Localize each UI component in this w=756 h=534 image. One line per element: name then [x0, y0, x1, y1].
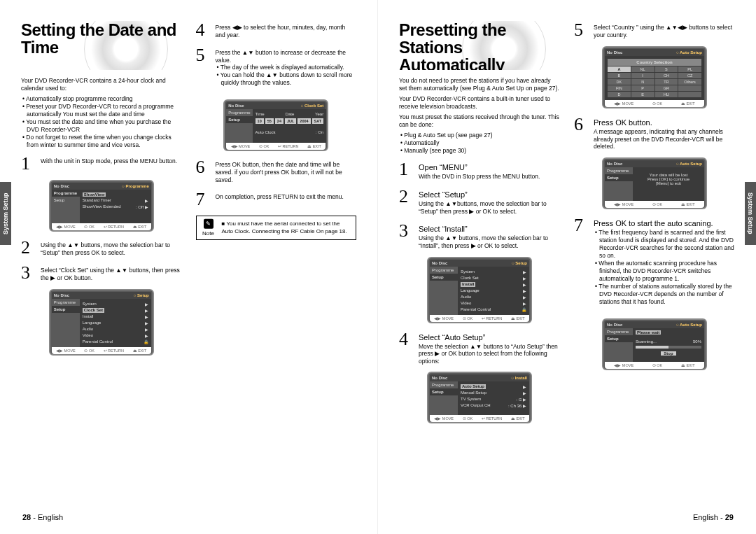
step-num: 2 — [21, 239, 35, 257]
osd-top-l: No Disc — [54, 293, 69, 297]
note-box: ✎Note ■ You must have the aerial connect… — [196, 216, 357, 240]
right-title: Presetting the Stations Automatically — [399, 21, 560, 70]
warn-line: [Menu] to exit — [636, 181, 701, 185]
step-text: With the unit in Stop mode, press the ME… — [41, 157, 182, 165]
bullet: Automatically stop programme recording — [21, 95, 182, 103]
osd-row: Standard Timer — [83, 198, 111, 203]
step-num: 7 — [196, 190, 210, 209]
osd-setup-install: No Disc○ Setup ProgrammeSetup System▶ Cl… — [427, 257, 532, 323]
step-r5: 5 Select “Country ” using the ▲▼◀▶ butto… — [574, 21, 735, 39]
page-28-columns: Setting the Date and Time Your DVD Recor… — [21, 21, 356, 363]
scan-label: Scanning... — [636, 339, 657, 344]
step-text: Select “Clock Set” using the ▲▼ buttons,… — [41, 267, 182, 281]
step-3: 3 Select “Clock Set” using the ▲▼ button… — [21, 264, 182, 282]
page-29-columns: Presetting the Stations Automatically Yo… — [399, 21, 735, 430]
osd-top-r: ○ Setup — [134, 293, 149, 297]
right-intro-2: Your DVD Recorder-VCR contains a built-i… — [399, 95, 560, 111]
step-text: Select “Country ” using the ▲▼◀▶ buttons… — [594, 24, 735, 38]
step-5: 5 Press the ▲▼ button to increase or dec… — [196, 46, 357, 92]
osd-row: ShowView — [83, 192, 106, 197]
note-label: Note — [202, 230, 214, 236]
step-r6: 6 Press OK button.A message appears, ind… — [574, 115, 735, 150]
bullet: Preset your DVD Recorder-VCR to record a… — [21, 103, 182, 118]
osd-footer: ◀▶ MOVE⊙ OK↩ RETURN⏏ EXIT — [226, 143, 326, 150]
osd-nav-item: Programme — [226, 109, 252, 116]
step-text: With the DVD in Stop press the MENU butt… — [419, 173, 560, 181]
step-title: Select “Install” — [419, 225, 560, 233]
scan-percent: 50% — [693, 339, 701, 344]
step-num: 4 — [196, 21, 210, 39]
side-tab-right: System Setup — [745, 182, 756, 245]
osd-install: No Disc○ Install ProgrammeSetup Auto Set… — [427, 372, 532, 423]
osd-top-l: No Disc — [228, 104, 244, 108]
osd-footer: ◀▶ MOVE⊙ OK↩ RETURN⏏ EXIT — [52, 347, 151, 354]
step-1: 1 With the unit in Stop mode, press the … — [21, 155, 182, 173]
osd-footer: ◀▶ MOVE⊙ OK↩ RETURN⏏ EXIT — [52, 223, 151, 230]
step-title: Open “MENU” — [419, 163, 560, 171]
osd-scanning: No Disc○ Auto Setup ProgrammeSetup Pleas… — [602, 318, 707, 370]
osd-nav-item: Setup — [52, 197, 80, 204]
bullet: Do not forget to reset the time when you… — [21, 134, 182, 149]
right-bullets: Plug & Auto Set up (see page 27) Automat… — [399, 132, 560, 155]
osd-row: ShowView Extended — [83, 204, 121, 209]
sub-bullet: When the automatic scanning procedure ha… — [594, 260, 735, 283]
osd-top-r: ○ Programme — [122, 184, 149, 188]
step-4: 4 Press ◀▶ to select the hour, minutes, … — [196, 21, 357, 39]
left-intro: Your DVD Recorder-VCR contains a 24-hour… — [21, 77, 182, 92]
side-tab-left: System Setup — [0, 182, 11, 245]
step-r1: 1 Open “MENU”With the DVD in Stop press … — [399, 160, 560, 181]
step-text: Press ◀▶ to select the hour, minutes, da… — [216, 24, 357, 38]
osd-programme: No Disc○ Programme ProgrammeSetup ShowVi… — [49, 180, 154, 232]
col-b: 4 Press ◀▶ to select the hour, minutes, … — [196, 21, 357, 363]
sub-bullet: The number of stations automatically sto… — [594, 283, 735, 306]
progress-bar — [636, 346, 701, 349]
bullet: Plug & Auto Set up (see page 27) — [399, 132, 560, 139]
step-text: Press the ▲▼ button to increase or decre… — [216, 49, 357, 64]
right-intro-1: You do not need to preset the stations i… — [399, 77, 560, 92]
step-text: A message appears, indicating that any c… — [594, 128, 735, 150]
note-icon: ✎ — [204, 218, 214, 228]
step-2: 2 Using the ▲▼ buttons, move the selecti… — [21, 239, 182, 257]
page-29: System Setup Presetting the Stations Aut… — [378, 0, 756, 534]
page-28: System Setup Setting the Date and Time Y… — [0, 0, 378, 534]
left-bullets: Automatically stop programme recording P… — [21, 95, 182, 149]
page-footer-left: 28 - English — [22, 513, 63, 521]
step-num: 6 — [196, 158, 210, 183]
step-text: On completion, press RETURN to exit the … — [216, 193, 357, 201]
sub-bullet: You can hold the ▲▼ buttons down to scro… — [216, 71, 357, 87]
step-title: Press OK to start the auto scaning. — [594, 219, 735, 227]
osd-nav-item: Setup — [226, 116, 252, 123]
step-r2: 2 Select “Setup”Using the ▲▼buttons, mov… — [399, 188, 560, 215]
step-6: 6 Press OK button, then the date and tim… — [196, 158, 357, 183]
step-text: Using the ▲▼ buttons, move the selection… — [419, 234, 560, 249]
step-num: 5 — [196, 46, 210, 92]
please-wait: Please wait — [636, 330, 661, 335]
step-text: Move the selection ▲▼ buttons to “Auto S… — [419, 343, 560, 365]
osd-country: No Disc○ Auto Setup Country Selection AN… — [602, 46, 707, 108]
clock-cells: 105524JUL2004SAT — [255, 118, 324, 124]
osd-setup: No Disc○ Setup ProgrammeSetup System▶ Cl… — [49, 289, 154, 356]
step-r4: 4 Select “Auto Setup”Move the selection … — [399, 330, 560, 365]
step-7: 7 On completion, press RETURN to exit th… — [196, 190, 357, 209]
bullet: Manually (see page 30) — [399, 147, 560, 155]
step-text: Using the ▲▼buttons, move the selection … — [419, 200, 560, 215]
title-block-left: Setting the Date and Time — [21, 21, 182, 70]
sub-bullet: The first frequency band is scanned and … — [594, 229, 735, 260]
note-text: ■ You must have the aerial connected to … — [222, 220, 347, 234]
osd-warning: No Disc○ Auto Setup ProgrammeSetup Your … — [602, 157, 707, 209]
osd-nav-item: Programme — [52, 299, 80, 306]
osd-nav-item: Programme — [52, 190, 80, 197]
step-text: Press OK button, then the date and time … — [216, 161, 357, 183]
step-num: 3 — [21, 264, 35, 282]
step-num: 1 — [21, 155, 35, 173]
col-d: 5 Select “Country ” using the ▲▼◀▶ butto… — [574, 21, 735, 430]
page-footer-right: English - 29 — [693, 513, 734, 521]
col-a: Setting the Date and Time Your DVD Recor… — [21, 21, 182, 363]
bullet: You must set the date and time when you … — [21, 118, 182, 134]
osd-top-r: ○ Clock Set — [301, 104, 324, 108]
col-c: Presetting the Stations Automatically Yo… — [399, 21, 560, 430]
step-r3: 3 Select “Install”Using the ▲▼ buttons, … — [399, 222, 560, 249]
step-title: Select “Auto Setup” — [419, 333, 560, 342]
title-block-right: Presetting the Stations Automatically — [399, 21, 560, 70]
osd-clockset: No Disc○ Clock Set ProgrammeSetup TimeDa… — [223, 99, 328, 151]
